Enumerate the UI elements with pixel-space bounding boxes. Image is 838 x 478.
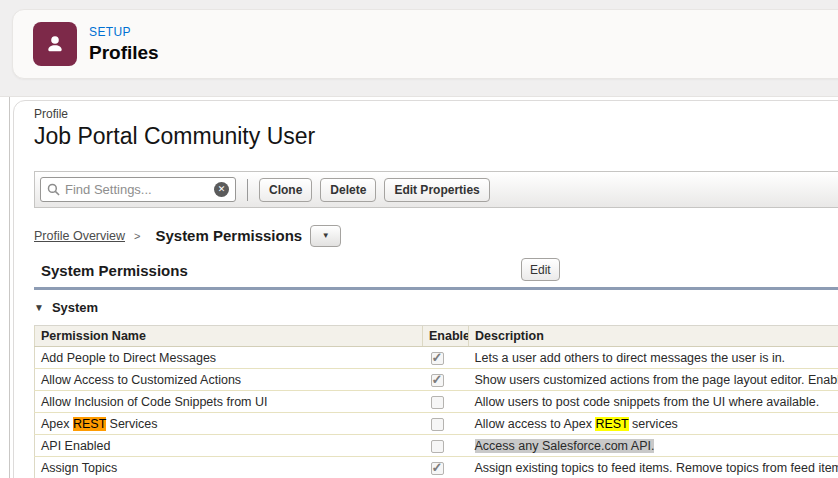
permission-name-cell: API Enabled (35, 435, 423, 457)
description-cell: Lets a user add others to direct message… (469, 347, 838, 369)
enabled-checkbox (431, 462, 444, 475)
description-cell: Allow access to Apex REST services (469, 413, 838, 435)
description-cell: Access any Salesforce.com API. (469, 435, 838, 457)
table-row: Add People to Direct MessagesLets a user… (35, 347, 838, 369)
enabled-cell (423, 391, 469, 413)
permissions-table-body: Add People to Direct MessagesLets a user… (35, 347, 838, 478)
search-box: ✕ (40, 177, 236, 202)
column-header-description: Description (469, 326, 838, 347)
permissions-table: Permission Name Enabled Description Add … (34, 325, 838, 478)
search-highlight-selection: Access any Salesforce.com API. (475, 439, 655, 453)
delete-button[interactable]: Delete (320, 178, 376, 202)
section-title: System Permissions (41, 262, 188, 279)
permission-name-cell: Add People to Direct Messages (35, 347, 423, 369)
chevron-down-icon: ▼ (322, 231, 330, 240)
description-cell: Allow users to post code snippets from t… (469, 391, 838, 413)
enabled-cell (423, 457, 469, 478)
permission-name-cell: Assign Topics (35, 457, 423, 478)
enabled-cell (423, 347, 469, 369)
description-cell: Assign existing topics to feed items. Re… (469, 457, 838, 478)
enabled-cell (423, 413, 469, 435)
enabled-cell (423, 369, 469, 391)
system-group-toggle[interactable]: ▼ System (34, 298, 838, 316)
enabled-checkbox (431, 396, 444, 409)
permission-name-cell: Apex REST Services (35, 413, 423, 435)
section-header: System Permissions Edit (34, 258, 838, 283)
top-header-band: SETUP Profiles (0, 0, 838, 97)
permissions-dropdown-button[interactable]: ▼ (310, 225, 341, 247)
column-header-enabled: Enabled (423, 326, 469, 347)
edit-button[interactable]: Edit (521, 258, 560, 281)
setup-eyebrow: SETUP (89, 25, 159, 39)
clear-icon: ✕ (218, 184, 226, 194)
profile-content-card: Profile Job Portal Community User ✕ Clon… (13, 100, 838, 478)
table-row: Allow Access to Customized ActionsShow u… (35, 369, 838, 391)
search-highlight-orange: REST (73, 417, 106, 431)
table-row: Assign TopicsAssign existing topics to f… (35, 457, 838, 478)
search-icon (47, 183, 60, 196)
breadcrumb-separator: > (134, 230, 140, 242)
record-title: Job Portal Community User (34, 123, 838, 150)
header-text-block: SETUP Profiles (89, 25, 159, 64)
collapse-triangle-icon: ▼ (34, 302, 44, 313)
setup-header-card: SETUP Profiles (12, 9, 838, 79)
clear-search-button[interactable]: ✕ (214, 182, 229, 197)
table-row: Allow Inclusion of Code Snippets from UI… (35, 391, 838, 413)
breadcrumb-parent-link[interactable]: Profile Overview (34, 229, 125, 243)
enabled-checkbox (431, 440, 444, 453)
enabled-checkbox (431, 352, 444, 365)
permission-name-cell: Allow Access to Customized Actions (35, 369, 423, 391)
column-header-permission-name: Permission Name (35, 326, 423, 347)
description-cell: Show users customized actions from the p… (469, 369, 838, 391)
left-vertical-divider (9, 97, 10, 478)
permission-name-cell: Allow Inclusion of Code Snippets from UI (35, 391, 423, 413)
search-input[interactable] (65, 182, 209, 197)
toolbar: ✕ Clone Delete Edit Properties (34, 171, 838, 208)
record-type-label: Profile (34, 107, 838, 121)
enabled-cell (423, 435, 469, 457)
enabled-checkbox (431, 374, 444, 387)
edit-properties-button[interactable]: Edit Properties (384, 178, 489, 202)
user-icon (33, 22, 77, 66)
system-group-label: System (52, 300, 98, 315)
section-divider (34, 287, 838, 290)
page-title: Profiles (89, 42, 159, 64)
toolbar-separator (247, 179, 248, 201)
search-highlight-yellow: REST (595, 417, 628, 431)
clone-button[interactable]: Clone (259, 178, 312, 202)
breadcrumb-current: System Permissions (155, 227, 302, 244)
table-row: API EnabledAccess any Salesforce.com API… (35, 435, 838, 457)
breadcrumb: Profile Overview > System Permissions ▼ (34, 224, 838, 247)
enabled-checkbox (431, 418, 444, 431)
table-header-row: Permission Name Enabled Description (35, 326, 838, 347)
table-row: Apex REST ServicesAllow access to Apex R… (35, 413, 838, 435)
